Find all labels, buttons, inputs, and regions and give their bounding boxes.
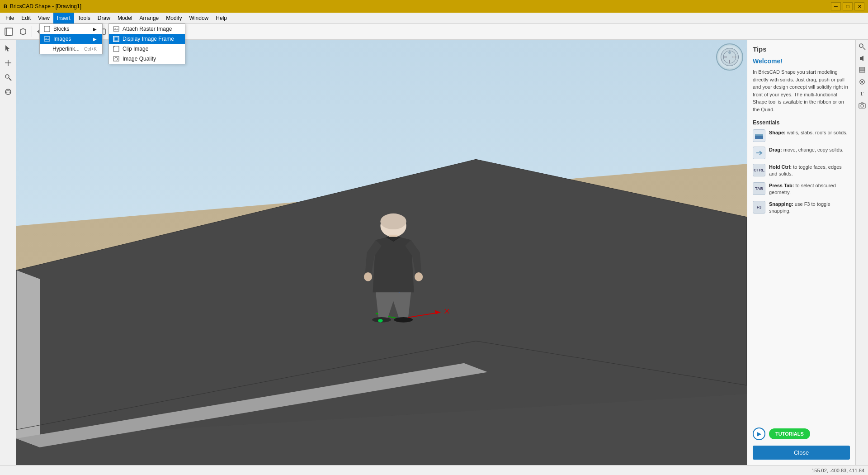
svg-rect-59 bbox=[859, 71, 865, 72]
display-frame-label: Display Image Frame bbox=[123, 36, 174, 42]
submenu-image-quality[interactable]: Image Quality bbox=[109, 54, 185, 64]
titlebar: B BricsCAD Shape - [Drawing1] ─ □ ✕ bbox=[0, 0, 868, 13]
svg-point-66 bbox=[861, 104, 863, 107]
close-tips-button[interactable]: Close bbox=[753, 446, 850, 460]
display-frame-icon bbox=[113, 35, 120, 43]
left-select-button[interactable] bbox=[1, 42, 15, 55]
svg-text:T: T bbox=[860, 90, 863, 97]
submenu-attach-raster[interactable]: Attach Raster Image bbox=[109, 24, 185, 34]
toolbar-3d-button[interactable] bbox=[16, 25, 30, 38]
viewport[interactable]: X bbox=[16, 40, 747, 465]
left-zoom-button[interactable] bbox=[1, 71, 15, 84]
svg-point-55 bbox=[733, 56, 735, 58]
right-icons-panel: T bbox=[855, 40, 868, 465]
scene-svg: X bbox=[16, 40, 747, 465]
menu-insert[interactable]: Insert bbox=[53, 13, 74, 24]
tip-shape-icon bbox=[753, 129, 765, 142]
submenu-clip-image[interactable]: Clip Image bbox=[109, 44, 185, 54]
minimize-button[interactable]: ─ bbox=[831, 2, 841, 10]
svg-point-25 bbox=[5, 91, 11, 93]
left-pan-button[interactable] bbox=[1, 56, 15, 70]
images-icon bbox=[43, 35, 51, 43]
svg-point-45 bbox=[415, 272, 423, 281]
dropdown-hyperlink[interactable]: Hyperlink... Ctrl+K bbox=[40, 44, 102, 54]
svg-rect-56 bbox=[755, 134, 763, 136]
tip-ctrl-text: Hold Ctrl: to toggle faces, edges and so… bbox=[769, 164, 850, 178]
svg-marker-30 bbox=[16, 270, 40, 447]
svg-marker-71 bbox=[113, 28, 119, 30]
tip-snap-text: Snapping: use F3 to toggle snapping. bbox=[769, 201, 850, 215]
svg-point-77 bbox=[115, 57, 118, 60]
submenu-display-frame[interactable]: Display Image Frame bbox=[109, 34, 185, 44]
menubar: File Edit View Insert Tools Draw Model A… bbox=[0, 13, 868, 24]
svg-rect-1 bbox=[6, 28, 13, 35]
dropdown-blocks-label: Blocks bbox=[53, 26, 69, 32]
blocks-icon bbox=[43, 25, 51, 33]
tip-tab-text: Press Tab: to select obscured geometry. bbox=[769, 182, 850, 196]
svg-rect-67 bbox=[44, 26, 50, 32]
maximize-button[interactable]: □ bbox=[843, 2, 853, 10]
right-icon-speaker[interactable] bbox=[857, 53, 867, 63]
menu-window[interactable]: Window bbox=[186, 13, 212, 24]
svg-point-63 bbox=[861, 81, 863, 83]
menu-file[interactable]: File bbox=[2, 13, 18, 24]
hyperlink-shortcut: Ctrl+K bbox=[84, 47, 97, 52]
right-icon-text[interactable]: T bbox=[857, 89, 867, 99]
menu-draw[interactable]: Draw bbox=[94, 13, 114, 24]
menu-arrange[interactable]: Arrange bbox=[136, 13, 163, 24]
menu-tools[interactable]: Tools bbox=[74, 13, 94, 24]
right-icon-properties[interactable] bbox=[857, 77, 867, 87]
svg-rect-61 bbox=[859, 67, 865, 69]
tip-snap-icon: F3 bbox=[753, 201, 765, 214]
svg-point-42 bbox=[380, 214, 406, 229]
compass-inner bbox=[721, 48, 739, 66]
insert-dropdown-menu: Blocks ▶ Images ▶ Hyperlink... Ctrl+K bbox=[39, 24, 103, 54]
tip-shape: Shape: walls, slabs, roofs or solids. bbox=[753, 129, 850, 142]
right-icon-search[interactable] bbox=[857, 42, 867, 52]
dropdown-images[interactable]: Images ▶ bbox=[40, 34, 102, 44]
tip-snap: F3 Snapping: use F3 to toggle snapping. bbox=[753, 201, 850, 215]
tips-footer: ▶ TUTORIALS bbox=[747, 424, 855, 446]
left-orbit-button[interactable] bbox=[1, 85, 15, 99]
svg-point-22 bbox=[5, 75, 9, 78]
tips-title: Tips bbox=[753, 45, 850, 53]
tip-tab-icon: TAB bbox=[753, 182, 765, 195]
tip-shape-text: Shape: walls, slabs, roofs or solids. bbox=[769, 129, 848, 136]
menu-modify[interactable]: Modify bbox=[162, 13, 185, 24]
blocks-arrow-icon: ▶ bbox=[93, 27, 97, 32]
app-icon: B bbox=[4, 4, 7, 9]
menu-model[interactable]: Model bbox=[114, 13, 136, 24]
statusbar: 155.02, -400.83, 411.84 bbox=[0, 465, 868, 475]
dropdown-blocks[interactable]: Blocks ▶ bbox=[40, 24, 102, 34]
image-quality-icon bbox=[113, 55, 120, 62]
toolbar-separator-1 bbox=[32, 26, 32, 37]
compass-widget[interactable] bbox=[716, 43, 743, 71]
tips-panel: Tips Welcome! In BricsCAD Shape you star… bbox=[747, 40, 855, 465]
right-icon-camera[interactable] bbox=[857, 100, 867, 110]
image-quality-label: Image Quality bbox=[123, 56, 156, 62]
svg-text:X: X bbox=[444, 308, 449, 314]
svg-point-48 bbox=[378, 319, 382, 323]
svg-point-54 bbox=[728, 51, 731, 54]
svg-rect-60 bbox=[859, 69, 865, 71]
clip-image-label: Clip Image bbox=[123, 46, 148, 52]
app-title: BricsCAD Shape - [Drawing1] bbox=[10, 3, 81, 10]
close-window-button[interactable]: ✕ bbox=[854, 2, 864, 10]
menu-edit[interactable]: Edit bbox=[18, 13, 34, 24]
menu-view[interactable]: View bbox=[34, 13, 53, 24]
svg-point-47 bbox=[394, 317, 413, 323]
svg-marker-69 bbox=[44, 38, 50, 40]
tutorials-button[interactable]: TUTORIALS bbox=[769, 428, 810, 439]
attach-raster-icon bbox=[113, 25, 120, 33]
play-button[interactable]: ▶ bbox=[753, 428, 765, 440]
right-icon-layers[interactable] bbox=[857, 65, 867, 75]
menu-help[interactable]: Help bbox=[212, 13, 231, 24]
tip-ctrl-icon: CTRL bbox=[753, 164, 765, 176]
welcome-text: In BricsCAD Shape you start modeling dir… bbox=[753, 68, 850, 113]
tip-drag-icon bbox=[753, 147, 765, 159]
tips-content: Tips Welcome! In BricsCAD Shape you star… bbox=[747, 40, 855, 424]
clip-image-icon bbox=[113, 45, 120, 52]
images-submenu: Attach Raster Image Display Image Frame … bbox=[108, 24, 185, 64]
toolbar-pages-button[interactable] bbox=[2, 25, 15, 38]
left-panel bbox=[0, 40, 16, 465]
